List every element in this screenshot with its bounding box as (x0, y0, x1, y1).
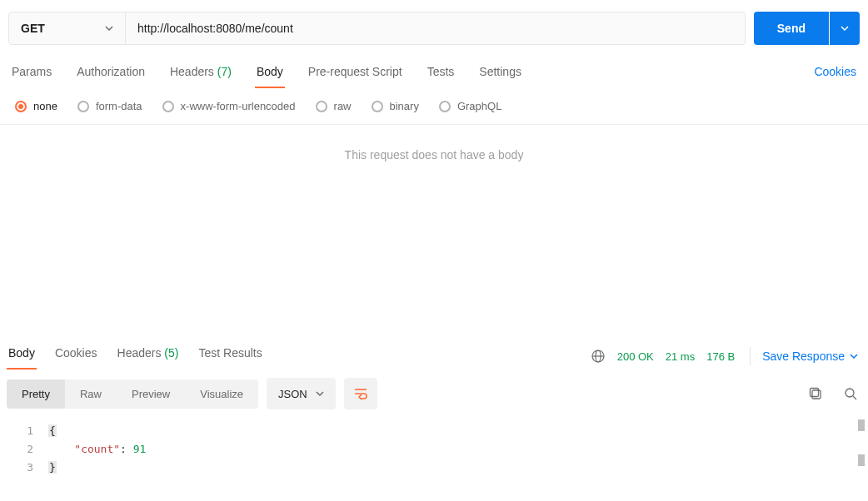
resp-tab-testresults[interactable]: Test Results (197, 343, 263, 370)
chevron-down-icon (841, 24, 849, 32)
radio-none[interactable]: none (15, 100, 57, 112)
tab-headers-label: Headers (170, 65, 214, 78)
radio-raw[interactable]: raw (316, 100, 352, 112)
resp-tab-cookies[interactable]: Cookies (53, 343, 99, 370)
tab-authorization[interactable]: Authorization (75, 60, 147, 88)
radio-formdata-label: form-data (96, 100, 142, 112)
view-raw-button[interactable]: Raw (65, 379, 117, 409)
response-tabs: Body Cookies Headers (5) Test Results 20… (0, 335, 868, 370)
resp-tab-headers[interactable]: Headers (5) (116, 343, 181, 370)
chevron-down-icon (850, 352, 858, 360)
method-url-group: GET (8, 12, 746, 45)
tab-body[interactable]: Body (255, 60, 285, 88)
search-icon[interactable] (843, 386, 858, 401)
radio-dot-icon (372, 101, 383, 112)
tab-tests[interactable]: Tests (426, 60, 456, 88)
tab-params[interactable]: Params (10, 60, 53, 88)
resp-tab-headers-label: Headers (117, 346, 162, 360)
format-select[interactable]: JSON (267, 378, 336, 409)
globe-icon[interactable] (591, 349, 606, 364)
scrollbar-mark (858, 454, 865, 466)
radio-dot-icon (439, 101, 451, 112)
brace: } (48, 461, 57, 474)
radio-dot-icon (316, 101, 327, 112)
line-number: 3 (0, 461, 48, 474)
radio-binary[interactable]: binary (372, 100, 419, 112)
resp-tab-body[interactable]: Body (7, 343, 37, 370)
svg-rect-5 (811, 389, 819, 397)
response-status: 200 OK 21 ms 176 B Save Response (591, 347, 858, 365)
radio-dot-icon (15, 101, 27, 112)
body-type-radios: none form-data x-www-form-urlencoded raw… (0, 88, 868, 125)
status-size: 176 B (706, 350, 735, 363)
radio-xwww[interactable]: x-www-form-urlencoded (162, 100, 296, 112)
send-dropdown-button[interactable] (830, 12, 860, 45)
http-method-value: GET (21, 22, 45, 35)
wrap-icon (353, 386, 368, 401)
response-section: Body Cookies Headers (5) Test Results 20… (0, 335, 868, 501)
radio-binary-label: binary (390, 100, 419, 112)
tab-headers-count: (7) (217, 65, 232, 78)
format-value: JSON (278, 388, 307, 400)
chevron-down-icon (105, 24, 113, 32)
http-method-select[interactable]: GET (9, 12, 126, 44)
tab-headers[interactable]: Headers (7) (168, 60, 233, 88)
radio-dot-icon (77, 101, 89, 112)
line-number: 2 (0, 443, 48, 455)
send-button[interactable]: Send (754, 12, 829, 45)
cookies-link[interactable]: Cookies (812, 60, 858, 88)
url-input[interactable] (126, 12, 745, 44)
response-view-toolbar: Pretty Raw Preview Visualize JSON (0, 370, 868, 418)
json-value: 91 (133, 443, 147, 455)
status-code: 200 OK (617, 350, 654, 363)
tab-prerequest[interactable]: Pre-request Script (307, 60, 404, 88)
save-response-label: Save Response (762, 350, 845, 363)
response-body-viewer[interactable]: 1 { 2 "count": 91 3 } (0, 418, 868, 479)
code-line: 3 } (0, 458, 868, 476)
radio-dot-icon (162, 101, 174, 112)
view-mode-segment: Pretty Raw Preview Visualize (7, 379, 258, 409)
radio-raw-label: raw (334, 100, 352, 112)
json-key: "count" (74, 443, 120, 455)
status-time: 21 ms (666, 350, 695, 363)
empty-body-message: This request does not have a body (0, 125, 868, 185)
svg-rect-4 (812, 390, 821, 399)
view-pretty-button[interactable]: Pretty (7, 379, 65, 409)
resp-tab-headers-count: (5) (164, 346, 178, 360)
save-response-button[interactable]: Save Response (750, 347, 858, 365)
scrollbar-mark (858, 419, 865, 431)
code-line: 1 { (0, 421, 868, 439)
radio-graphql-label: GraphQL (457, 100, 501, 112)
line-number: 1 (0, 424, 48, 437)
chevron-down-icon (316, 389, 324, 398)
code-line: 2 "count": 91 (0, 439, 868, 458)
request-tabs: Params Authorization Headers (7) Body Pr… (0, 53, 868, 88)
svg-point-6 (846, 389, 854, 397)
svg-line-7 (853, 396, 856, 399)
wrap-lines-button[interactable] (344, 378, 377, 409)
view-preview-button[interactable]: Preview (117, 379, 185, 409)
copy-icon[interactable] (808, 386, 823, 401)
radio-formdata[interactable]: form-data (77, 100, 142, 112)
radio-graphql[interactable]: GraphQL (439, 100, 501, 112)
tab-settings[interactable]: Settings (477, 60, 523, 88)
brace: { (48, 424, 57, 437)
radio-none-label: none (33, 100, 57, 112)
view-visualize-button[interactable]: Visualize (185, 379, 258, 409)
radio-xwww-label: x-www-form-urlencoded (181, 100, 296, 112)
send-button-group: Send (754, 12, 860, 45)
